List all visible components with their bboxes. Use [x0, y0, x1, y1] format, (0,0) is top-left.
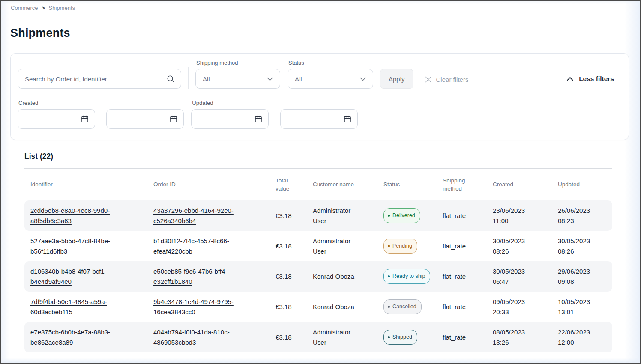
close-icon: [425, 76, 432, 83]
column-header-total-value: Total value: [276, 176, 313, 193]
column-header-customer-name: Customer name: [313, 180, 383, 188]
status-dot-icon: [388, 336, 390, 338]
column-header-status: Status: [383, 180, 443, 188]
search-input[interactable]: [25, 75, 153, 83]
column-header-updated: Updated: [558, 180, 612, 188]
identifier-link[interactable]: e7e375cb-6b0b-4e7a-88b3-be862ace8a89: [30, 327, 120, 348]
table-row: 2cdd5eb8-e8a0-4ec8-99d0-a8f5db6e3a6343a3…: [24, 200, 612, 231]
created-date: 30/05/2023 08:26: [493, 236, 536, 257]
total-value: €3.18: [276, 211, 292, 221]
filter-divider: [555, 66, 555, 90]
filter-divider: [188, 67, 189, 89]
less-filters-label: Less filters: [579, 75, 614, 83]
list-title: List (22): [24, 152, 612, 161]
calendar-icon[interactable]: [343, 115, 352, 123]
search-icon[interactable]: [167, 75, 175, 83]
updated-range-separator: –: [273, 116, 276, 123]
customer-name: Administrator User: [313, 327, 362, 348]
clear-filters-label: Clear filters: [436, 76, 469, 83]
status-dot-icon: [388, 245, 390, 247]
search-input-wrapper: [18, 69, 181, 89]
less-filters-toggle[interactable]: Less filters: [566, 75, 614, 83]
shipping-method: flat_rate: [443, 272, 466, 282]
customer-name: Administrator User: [313, 206, 362, 226]
order-id-link[interactable]: e50ceb85-f9c6-47b6-bff4-e32cff1b1840: [153, 266, 243, 287]
created-date: 30/05/2023 06:47: [493, 266, 536, 287]
status-badge: Pending: [383, 239, 417, 254]
created-range-separator: –: [99, 116, 102, 123]
clear-filters-button[interactable]: Clear filters: [425, 76, 469, 83]
status-badge: Ready to ship: [383, 269, 430, 284]
shipping-method: flat_rate: [443, 241, 466, 251]
identifier-link[interactable]: 2cdd5eb8-e8a0-4ec8-99d0-a8f5db6e3a63: [30, 206, 120, 226]
table-body: 2cdd5eb8-e8a0-4ec8-99d0-a8f5db6e3a6343a3…: [24, 200, 612, 352]
breadcrumb-item-commerce[interactable]: Commerce: [11, 5, 38, 11]
updated-to-date-input[interactable]: [280, 109, 358, 129]
status-select[interactable]: All: [288, 69, 373, 89]
updated-date: 29/06/2023 09:08: [558, 266, 601, 287]
status-dot-icon: [388, 275, 390, 277]
breadcrumb: Commerce > Shipments: [1, 1, 640, 11]
table-header-row: Identifier Order ID Total value Customer…: [24, 169, 612, 200]
breadcrumb-item-shipments: Shipments: [49, 5, 75, 11]
order-id-link[interactable]: 404ab794-f0f0-41da-810c-4869053cbbd3: [153, 327, 243, 348]
table-row: d106340b-b4b8-4f07-bcf1-b4e4d9af94e0e50c…: [24, 261, 612, 292]
created-filter-label: Created: [18, 100, 184, 106]
order-id-link[interactable]: 9b4e3478-1e4d-4974-9795-16cea3843cc0: [153, 297, 243, 317]
table-row: 527aae3a-5b5d-47c8-84be-b56f11d6ffb3b1d3…: [24, 231, 612, 261]
calendar-icon[interactable]: [169, 115, 178, 123]
apply-button[interactable]: Apply: [380, 69, 413, 89]
customer-name: Konrad Oboza: [313, 272, 354, 282]
status-badge: Cancelled: [383, 299, 422, 314]
column-header-order-id: Order ID: [153, 180, 276, 188]
filters-panel: Shipping method All Status All Apply: [10, 53, 629, 140]
status-badge: Delivered: [383, 208, 420, 223]
status-badge: Shipped: [383, 330, 417, 345]
customer-name: Konrad Oboza: [313, 302, 354, 312]
shipments-list-section: List (22) Identifier Order ID Total valu…: [24, 152, 612, 352]
status-filter-label: Status: [288, 60, 373, 66]
column-header-identifier: Identifier: [30, 180, 153, 188]
customer-name: Administrator User: [313, 236, 362, 257]
shipping-method-filter-label: Shipping method: [196, 60, 280, 66]
created-from-date-input[interactable]: [18, 109, 95, 129]
table-row: 7df9f4bd-50e1-4845-a59a-60d3acbeb1159b4e…: [24, 292, 612, 322]
status-dot-icon: [388, 215, 390, 217]
shipping-method: flat_rate: [443, 211, 466, 221]
chevron-down-icon: [267, 77, 273, 81]
breadcrumb-separator-icon: >: [42, 5, 45, 11]
chevron-up-icon: [566, 77, 574, 81]
table-row: e7e375cb-6b0b-4e7a-88b3-be862ace8a89404a…: [24, 322, 612, 352]
updated-date: 26/06/2023 08:23: [558, 206, 601, 226]
total-value: €3.18: [276, 332, 292, 343]
column-header-shipping-method: Shipping method: [443, 176, 493, 193]
identifier-link[interactable]: d106340b-b4b8-4f07-bcf1-b4e4d9af94e0: [30, 266, 120, 287]
total-value: €3.18: [276, 302, 292, 312]
created-date: 09/05/2023 20:33: [493, 297, 536, 317]
updated-date: 22/06/2023 12:00: [558, 327, 601, 348]
created-date: 08/05/2023 13:26: [493, 327, 536, 348]
total-value: €3.18: [276, 241, 292, 251]
identifier-link[interactable]: 7df9f4bd-50e1-4845-a59a-60d3acbeb115: [30, 297, 120, 317]
status-dot-icon: [388, 306, 390, 308]
order-id-link[interactable]: 43a37296-ebbd-4164-92e0-c526a340b6b4: [153, 206, 243, 226]
shipping-method: flat_rate: [443, 302, 466, 312]
calendar-icon[interactable]: [81, 115, 89, 123]
total-value: €3.18: [276, 272, 292, 282]
chevron-down-icon: [360, 77, 366, 81]
calendar-icon[interactable]: [254, 115, 263, 123]
updated-filter-label: Updated: [192, 100, 357, 106]
identifier-link[interactable]: 527aae3a-5b5d-47c8-84be-b56f11d6ffb3: [30, 236, 120, 257]
column-header-created: Created: [493, 180, 558, 188]
shipping-method-select[interactable]: All: [195, 69, 280, 89]
created-date: 23/06/2023 11:00: [493, 206, 536, 226]
updated-from-date-input[interactable]: [191, 109, 269, 129]
shipping-method-selected-value: All: [203, 75, 210, 83]
created-to-date-input[interactable]: [106, 109, 184, 129]
status-selected-value: All: [295, 75, 302, 83]
updated-date: 30/05/2023 08:26: [558, 236, 601, 257]
shipping-method: flat_rate: [443, 332, 466, 343]
page-title: Shipments: [10, 27, 640, 40]
updated-date: 10/05/2023 13:01: [558, 297, 601, 317]
order-id-link[interactable]: b1d30f12-7f4c-4557-8c66-efeaf4220cbb: [153, 236, 243, 257]
